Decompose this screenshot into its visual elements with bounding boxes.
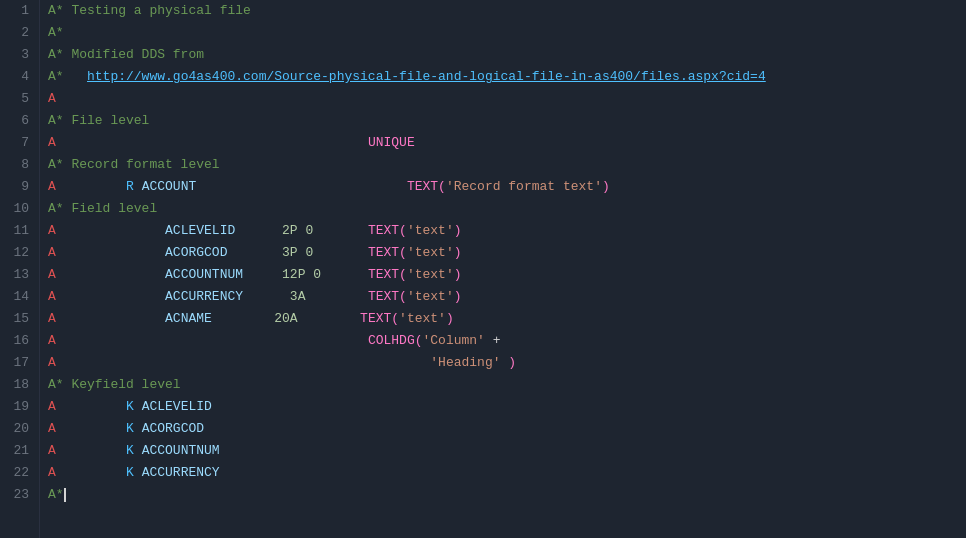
line-number-12: 12 (10, 242, 29, 264)
line-number-15: 15 (10, 308, 29, 330)
line-number-9: 9 (10, 176, 29, 198)
code-area[interactable]: A* Testing a physical fileA*A* Modified … (40, 0, 966, 538)
line-number-5: 5 (10, 88, 29, 110)
code-line-3: A* Modified DDS from (48, 44, 966, 66)
line-number-19: 19 (10, 396, 29, 418)
line-number-23: 23 (10, 484, 29, 506)
line-numbers: 1234567891011121314151617181920212223 (0, 0, 40, 538)
code-line-14: A ACCURRENCY 3A TEXT('text') (48, 286, 966, 308)
code-line-2: A* (48, 22, 966, 44)
code-line-13: A ACCOUNTNUM 12P 0 TEXT('text') (48, 264, 966, 286)
line-number-16: 16 (10, 330, 29, 352)
line-number-21: 21 (10, 440, 29, 462)
code-line-15: A ACNAME 20A TEXT('text') (48, 308, 966, 330)
code-line-19: A K ACLEVELID (48, 396, 966, 418)
code-line-8: A* Record format level (48, 154, 966, 176)
line-number-7: 7 (10, 132, 29, 154)
line-number-1: 1 (10, 0, 29, 22)
line-number-8: 8 (10, 154, 29, 176)
code-line-1: A* Testing a physical file (48, 0, 966, 22)
code-line-5: A (48, 88, 966, 110)
code-line-23: A* (48, 484, 966, 506)
code-line-12: A ACORGCOD 3P 0 TEXT('text') (48, 242, 966, 264)
code-line-6: A* File level (48, 110, 966, 132)
code-line-22: A K ACCURRENCY (48, 462, 966, 484)
code-line-16: A COLHDG('Column' + (48, 330, 966, 352)
line-number-4: 4 (10, 66, 29, 88)
line-number-6: 6 (10, 110, 29, 132)
line-number-18: 18 (10, 374, 29, 396)
line-number-2: 2 (10, 22, 29, 44)
code-line-17: A 'Heading' ) (48, 352, 966, 374)
line-number-10: 10 (10, 198, 29, 220)
line-number-14: 14 (10, 286, 29, 308)
line-number-22: 22 (10, 462, 29, 484)
code-line-21: A K ACCOUNTNUM (48, 440, 966, 462)
text-cursor (64, 488, 66, 502)
code-line-10: A* Field level (48, 198, 966, 220)
code-line-11: A ACLEVELID 2P 0 TEXT('text') (48, 220, 966, 242)
line-number-3: 3 (10, 44, 29, 66)
code-line-9: A R ACCOUNT TEXT('Record format text') (48, 176, 966, 198)
line-number-17: 17 (10, 352, 29, 374)
line-number-20: 20 (10, 418, 29, 440)
code-line-20: A K ACORGCOD (48, 418, 966, 440)
line-number-13: 13 (10, 264, 29, 286)
code-line-7: A UNIQUE (48, 132, 966, 154)
code-editor: 1234567891011121314151617181920212223 A*… (0, 0, 966, 538)
line-number-11: 11 (10, 220, 29, 242)
code-line-18: A* Keyfield level (48, 374, 966, 396)
code-line-4: A* http://www.go4as400.com/Source-physic… (48, 66, 966, 88)
